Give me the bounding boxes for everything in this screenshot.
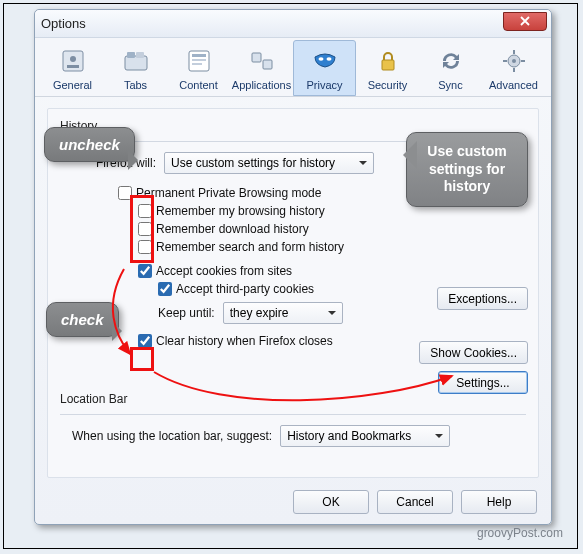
general-icon bbox=[57, 45, 89, 77]
locationbar-suggest-label: When using the location bar, suggest: bbox=[72, 429, 272, 443]
accept-third-party-checkbox[interactable] bbox=[158, 282, 172, 296]
category-label: Applications bbox=[232, 79, 291, 91]
remember-forms-row: Remember search and form history bbox=[60, 240, 526, 254]
category-sync[interactable]: Sync bbox=[419, 40, 482, 96]
watermark: groovyPost.com bbox=[477, 526, 563, 540]
annotation-usecustom-text: Use custom settings for history bbox=[427, 143, 506, 194]
keep-until-label: Keep until: bbox=[158, 306, 215, 320]
svg-rect-5 bbox=[136, 52, 144, 58]
applications-icon bbox=[246, 45, 278, 77]
category-label: Content bbox=[179, 79, 218, 91]
remember-download-label: Remember download history bbox=[156, 222, 309, 236]
annotation-check-text: check bbox=[61, 311, 104, 328]
svg-rect-11 bbox=[263, 60, 272, 69]
remember-forms-checkbox[interactable] bbox=[138, 240, 152, 254]
exceptions-button[interactable]: Exceptions... bbox=[437, 287, 528, 310]
svg-rect-8 bbox=[192, 59, 206, 61]
category-advanced[interactable]: Advanced bbox=[482, 40, 545, 96]
divider bbox=[60, 414, 526, 415]
help-button[interactable]: Help bbox=[461, 490, 537, 514]
privacy-mask-icon bbox=[309, 45, 341, 77]
gear-icon bbox=[498, 45, 530, 77]
category-general[interactable]: General bbox=[41, 40, 104, 96]
annotation-uncheck-text: uncheck bbox=[59, 136, 120, 153]
category-label: Tabs bbox=[124, 79, 147, 91]
category-label: Privacy bbox=[306, 79, 342, 91]
category-label: General bbox=[53, 79, 92, 91]
remember-browsing-label: Remember my browsing history bbox=[156, 204, 325, 218]
svg-rect-14 bbox=[382, 60, 394, 70]
category-content[interactable]: Content bbox=[167, 40, 230, 96]
accept-cookies-row: Accept cookies from sites bbox=[60, 264, 526, 278]
clear-on-close-checkbox[interactable] bbox=[138, 334, 152, 348]
category-label: Sync bbox=[438, 79, 462, 91]
sync-icon bbox=[435, 45, 467, 77]
accept-third-party-label: Accept third-party cookies bbox=[176, 282, 314, 296]
security-lock-icon bbox=[372, 45, 404, 77]
svg-rect-4 bbox=[127, 52, 135, 58]
screenshot-frame: Options General Tabs bbox=[3, 3, 578, 549]
ok-button[interactable]: OK bbox=[293, 490, 369, 514]
clear-on-close-label: Clear history when Firefox closes bbox=[156, 334, 333, 348]
content-icon bbox=[183, 45, 215, 77]
category-toolbar: General Tabs Content Applications bbox=[35, 38, 551, 97]
category-label: Advanced bbox=[489, 79, 538, 91]
window-title: Options bbox=[41, 16, 86, 31]
show-cookies-button[interactable]: Show Cookies... bbox=[419, 341, 528, 364]
svg-rect-9 bbox=[192, 63, 202, 65]
svg-rect-3 bbox=[125, 56, 147, 70]
dialog-button-row: OK Cancel Help bbox=[293, 490, 537, 514]
svg-rect-2 bbox=[67, 65, 79, 68]
remember-forms-label: Remember search and form history bbox=[156, 240, 344, 254]
permanent-pb-label: Permanent Private Browsing mode bbox=[136, 186, 321, 200]
options-dialog: Options General Tabs bbox=[34, 9, 552, 525]
close-icon bbox=[520, 15, 530, 29]
category-applications[interactable]: Applications bbox=[230, 40, 293, 96]
history-mode-select[interactable]: Use custom settings for history bbox=[164, 152, 374, 174]
permanent-pb-checkbox[interactable] bbox=[118, 186, 132, 200]
category-label: Security bbox=[368, 79, 408, 91]
accept-cookies-label: Accept cookies from sites bbox=[156, 264, 292, 278]
svg-point-13 bbox=[326, 57, 331, 61]
locationbar-group-label: Location Bar bbox=[60, 392, 526, 406]
remember-download-checkbox[interactable] bbox=[138, 222, 152, 236]
category-tabs[interactable]: Tabs bbox=[104, 40, 167, 96]
locationbar-suggest-select[interactable]: History and Bookmarks bbox=[280, 425, 450, 447]
locationbar-suggest-row: When using the location bar, suggest: Hi… bbox=[60, 425, 526, 447]
accept-cookies-checkbox[interactable] bbox=[138, 264, 152, 278]
svg-point-1 bbox=[70, 56, 76, 62]
svg-rect-10 bbox=[252, 53, 261, 62]
tabs-icon bbox=[120, 45, 152, 77]
svg-point-12 bbox=[318, 57, 323, 61]
svg-point-16 bbox=[512, 59, 516, 63]
clear-settings-button[interactable]: Settings... bbox=[438, 371, 528, 394]
annotation-usecustom-callout: Use custom settings for history bbox=[406, 132, 528, 207]
remember-download-row: Remember download history bbox=[60, 222, 526, 236]
keep-until-select[interactable]: they expire bbox=[223, 302, 343, 324]
category-security[interactable]: Security bbox=[356, 40, 419, 96]
cancel-button[interactable]: Cancel bbox=[377, 490, 453, 514]
category-privacy[interactable]: Privacy bbox=[293, 40, 356, 96]
titlebar: Options bbox=[35, 10, 551, 38]
svg-rect-7 bbox=[192, 54, 206, 57]
window-close-button[interactable] bbox=[503, 12, 547, 31]
annotation-check-callout: check bbox=[46, 302, 119, 337]
annotation-uncheck-callout: uncheck bbox=[44, 127, 135, 162]
remember-browsing-checkbox[interactable] bbox=[138, 204, 152, 218]
